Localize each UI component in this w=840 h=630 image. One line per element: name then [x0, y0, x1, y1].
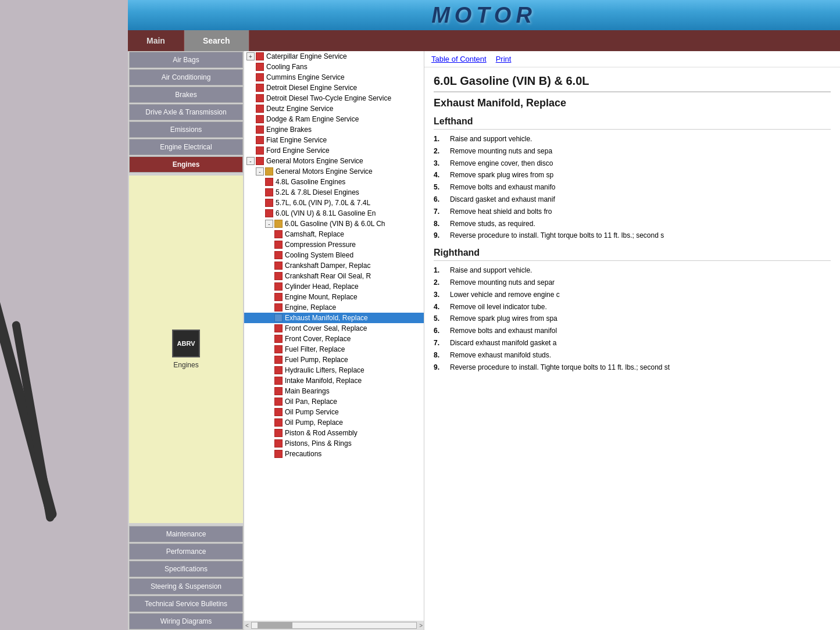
list-item: 5. Remove bolts and exhaust manifo — [434, 182, 831, 192]
tree-item-dodge[interactable]: Dodge & Ram Engine Service — [244, 114, 424, 124]
list-item: 1. Raise and support vehicle. — [434, 266, 831, 275]
tree-panel: + Caterpillar Engine Service Cooling Fan… — [244, 51, 424, 630]
tree-item-oil-pan[interactable]: Oil Pan, Replace — [244, 396, 424, 407]
tree-item-cummins[interactable]: Cummins Engine Service — [244, 72, 424, 83]
main-content: Air Bags Air Conditioning Brakes Drive A… — [128, 51, 840, 630]
app-header: MOTOR — [128, 0, 840, 30]
tree-icon-enginebrakes — [256, 126, 264, 134]
tree-icon-fuel-filter — [274, 345, 283, 353]
tree-item-gm-outer[interactable]: - General Motors Engine Service — [244, 156, 424, 166]
tree-item-cylinder-head[interactable]: Cylinder Head, Replace — [244, 281, 424, 292]
sidebar-item-engineelectrical[interactable]: Engine Electrical — [129, 139, 243, 155]
sidebar-item-wiring[interactable]: Wiring Diagrams — [129, 613, 243, 629]
tree-item-60lvinb[interactable]: - 6.0L Gasoline (VIN B) & 6.0L Ch — [244, 219, 424, 229]
tree-item-front-cover-seal[interactable]: Front Cover Seal, Replace — [244, 323, 424, 334]
tree-scroll[interactable]: + Caterpillar Engine Service Cooling Fan… — [244, 51, 424, 621]
engines-icon-box: ABRV — [172, 330, 200, 357]
tree-icon-deutz — [256, 105, 264, 113]
list-item: 7. Remove heat shield and bolts fro — [434, 207, 831, 217]
tree-item-48l[interactable]: 4.8L Gasoline Engines — [244, 177, 424, 187]
sidebar-item-engines[interactable]: Engines — [129, 156, 243, 173]
tree-item-coolingfans[interactable]: Cooling Fans — [244, 62, 424, 72]
tab-main[interactable]: Main — [128, 30, 184, 51]
sidebar-bottom: Maintenance Performance Specifications S… — [128, 525, 244, 630]
tree-icon-fuel-pump — [274, 356, 283, 364]
sidebar-item-driveaxle[interactable]: Drive Axle & Transmission — [129, 104, 243, 120]
expand-icon-60lvinb[interactable]: - — [265, 220, 273, 228]
sidebar-item-specifications[interactable]: Specifications — [129, 561, 243, 577]
tree-item-main-bearings[interactable]: Main Bearings — [244, 386, 424, 396]
tree-item-crankshaft-damper[interactable]: Crankshaft Damper, Replac — [244, 260, 424, 271]
tree-icon-60lvinu — [265, 209, 273, 217]
tree-item-engine-replace[interactable]: Engine, Replace — [244, 302, 424, 313]
list-item: 9. Reverse procedure to install. Tighte … — [434, 363, 831, 373]
content-body[interactable]: 6.0L Gasoline (VIN B) & 6.0L Exhaust Man… — [424, 67, 840, 630]
tree-icon-52l — [265, 188, 273, 196]
tree-icon-precautions — [274, 450, 283, 458]
tree-item-fiat[interactable]: Fiat Engine Service — [244, 135, 424, 145]
tree-icon-oil-pump-service — [274, 408, 283, 416]
tree-icon-60lvinb — [274, 220, 283, 228]
sidebar-item-brakes[interactable]: Brakes — [129, 87, 243, 103]
tree-hscroll[interactable]: < > — [244, 621, 424, 630]
expand-icon-gm-inner[interactable]: - — [256, 167, 264, 176]
tab-search[interactable]: Search — [184, 30, 249, 51]
table-of-content-link[interactable]: Table of Content — [431, 55, 487, 63]
tree-item-60lvinu[interactable]: 6.0L (VIN U) & 8.1L Gasoline En — [244, 208, 424, 219]
sidebar-item-maintenance[interactable]: Maintenance — [129, 526, 243, 542]
expand-icon-gm-outer[interactable]: - — [246, 157, 255, 165]
tree-item-caterpillar[interactable]: + Caterpillar Engine Service — [244, 51, 424, 62]
tree-item-piston-rod[interactable]: Piston & Rod Assembly — [244, 428, 424, 438]
tree-item-detroittwocycle[interactable]: Detroit Diesel Two-Cycle Engine Service — [244, 93, 424, 103]
tree-icon-camshaft — [274, 230, 283, 238]
tree-item-fuel-filter[interactable]: Fuel Filter, Replace — [244, 344, 424, 355]
tree-item-deutz[interactable]: Deutz Engine Service — [244, 103, 424, 114]
sidebar-item-emissions[interactable]: Emissions — [129, 121, 243, 138]
tree-icon-oil-pan — [274, 398, 283, 406]
tree-icon-detroittwocycle — [256, 94, 264, 102]
tree-icon-oil-pump-replace — [274, 418, 283, 427]
tree-item-pistons-pins[interactable]: Pistons, Pins & Rings — [244, 438, 424, 449]
tree-icon-crankshaft-damper — [274, 262, 283, 270]
tree-item-engine-mount[interactable]: Engine Mount, Replace — [244, 292, 424, 302]
tree-hscroll-bar[interactable] — [251, 622, 417, 629]
tree-item-crankshaft-rear[interactable]: Crankshaft Rear Oil Seal, R — [244, 271, 424, 281]
engines-icon-text: ABRV — [177, 340, 195, 347]
tree-item-ford[interactable]: Ford Engine Service — [244, 145, 424, 156]
list-item: 9. Reverse procedure to install. Tight t… — [434, 231, 831, 241]
sidebar-item-airbags[interactable]: Air Bags — [129, 52, 243, 68]
tree-icon-coolingfans — [256, 63, 264, 71]
tree-item-enginebrakes[interactable]: Engine Brakes — [244, 124, 424, 135]
tree-item-cooling[interactable]: Cooling System Bleed — [244, 250, 424, 260]
tree-icon-pistons-pins — [274, 439, 283, 448]
sidebar-item-airconditioning[interactable]: Air Conditioning — [129, 69, 243, 85]
sidebar-item-tsb[interactable]: Technical Service Bulletins — [129, 596, 243, 612]
tree-icon-gm-outer — [256, 157, 264, 165]
expand-icon-caterpillar[interactable]: + — [246, 52, 255, 60]
list-item: 8. Remove studs, as required. — [434, 219, 831, 229]
tree-item-detroitdiesel[interactable]: Detroit Diesel Engine Service — [244, 83, 424, 93]
tree-item-fuel-pump[interactable]: Fuel Pump, Replace — [244, 355, 424, 365]
tree-item-52l[interactable]: 5.2L & 7.8L Diesel Engines — [244, 187, 424, 198]
tree-item-precautions[interactable]: Precautions — [244, 449, 424, 459]
tree-icon-main-bearings — [274, 387, 283, 395]
nav-tabs: Main Search — [128, 30, 840, 51]
tree-item-intake-manifold[interactable]: Intake Manifold, Replace — [244, 375, 424, 386]
tree-icon-compression — [274, 241, 283, 249]
tree-icon-front-cover-seal — [274, 324, 283, 332]
sidebar-item-performance[interactable]: Performance — [129, 543, 243, 560]
tree-item-oil-pump-replace[interactable]: Oil Pump, Replace — [244, 417, 424, 428]
tree-item-compression[interactable]: Compression Pressure — [244, 239, 424, 250]
print-link[interactable]: Print — [496, 55, 512, 63]
tree-item-oil-pump-service[interactable]: Oil Pump Service — [244, 407, 424, 417]
tree-item-57l[interactable]: 5.7L, 6.0L (VIN P), 7.0L & 7.4L — [244, 198, 424, 208]
tree-item-hydraulic-lifters[interactable]: Hydraulic Lifters, Replace — [244, 365, 424, 375]
list-item: 4. Remove spark plug wires from sp — [434, 170, 831, 180]
sidebar-item-steering[interactable]: Steering & Suspension — [129, 578, 243, 595]
tree-item-camshaft[interactable]: Camshaft, Replace — [244, 229, 424, 239]
tree-item-front-cover[interactable]: Front Cover, Replace — [244, 334, 424, 344]
content-panel: Table of Content Print 6.0L Gasoline (VI… — [424, 51, 840, 630]
tree-item-exhaust-manifold[interactable]: Exhaust Manifold, Replace — [244, 313, 424, 323]
list-item: 2. Remove mounting nuts and separ — [434, 278, 831, 288]
tree-item-gm-inner[interactable]: - General Motors Engine Service — [244, 166, 424, 177]
